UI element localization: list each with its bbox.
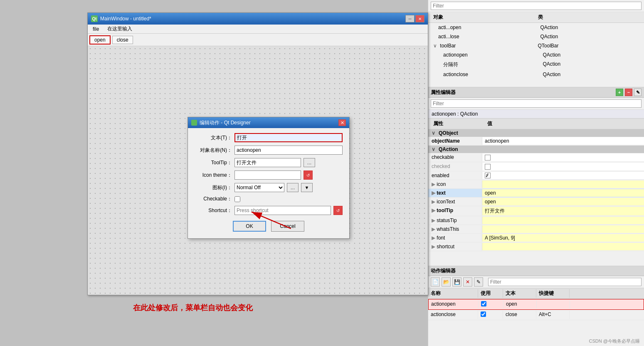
dialog-titlebar: 编辑动作 - Qt Designer ✕ — [188, 117, 349, 128]
ok-button[interactable]: OK — [233, 221, 266, 232]
menu-input[interactable]: 在这里输入 — [104, 25, 136, 33]
prop-row-icontext[interactable]: ▶ iconText open — [428, 198, 644, 206]
prop-row-enabled[interactable]: enabled ✓ — [428, 171, 644, 180]
action-open-button[interactable]: 📂 — [442, 277, 451, 287]
tooltip-input[interactable] — [234, 158, 301, 167]
prop-row-checked[interactable]: checked — [428, 162, 644, 171]
action-save-button[interactable]: 💾 — [452, 277, 461, 287]
class-col-header: 类 — [536, 13, 641, 22]
prop-value-enabled: ✓ — [482, 172, 644, 180]
prop-value-whatsthis — [482, 225, 644, 233]
prop-name-checkable: checkable — [428, 153, 482, 161]
qaction-section-label: QAction — [439, 146, 458, 152]
prop-row-checkable[interactable]: checkable — [428, 153, 644, 162]
object-name-label: 对象名称(N)： — [195, 147, 232, 154]
action-delete-button[interactable]: ✕ — [463, 277, 472, 287]
object-row[interactable]: actionclose QAction — [428, 70, 644, 79]
qobject-section: ∨ QObject — [428, 129, 644, 137]
prop-name-tooltip: ▶ toolTip — [428, 207, 482, 215]
toolbar-open-button[interactable]: open — [89, 35, 111, 44]
action-used-checkbox[interactable] — [481, 311, 486, 317]
action-filter-input[interactable] — [488, 278, 642, 286]
shortcut-input[interactable] — [234, 206, 331, 215]
shortcut-clear-button[interactable]: ↺ — [333, 206, 343, 215]
property-filter-input[interactable] — [431, 99, 642, 108]
prop-name-checked: checked — [428, 163, 482, 171]
icon-dropdown-button[interactable]: ▼ — [301, 183, 313, 192]
prop-value-statustip — [482, 217, 644, 224]
obj-class-cell: QAction — [541, 71, 641, 78]
text-label: 文本(T)： — [195, 134, 232, 141]
prop-row-font[interactable]: ▶ font A [SimSun, 9] — [428, 234, 644, 242]
obj-class-cell: QAction — [541, 60, 641, 69]
object-col-header: 对象 — [432, 13, 536, 22]
cancel-button[interactable]: Cancel — [271, 221, 304, 232]
icon-select[interactable]: Normal Off — [234, 183, 284, 192]
right-panel: 对象 类 acti...open QAction acti...lose QAc… — [428, 0, 644, 346]
prop-row-objectname[interactable]: objectName actionopen — [428, 137, 644, 146]
object-row[interactable]: acti...lose QAction — [428, 32, 644, 41]
icon-theme-input[interactable] — [234, 171, 301, 180]
action-name-cell: actionclose — [428, 311, 478, 319]
text-input[interactable] — [234, 133, 343, 142]
prop-name-text: ▶ text — [428, 189, 482, 197]
action-shortcut-header: 快捷键 — [536, 289, 570, 298]
enabled-prop-checkbox[interactable]: ✓ — [485, 173, 491, 178]
checkable-prop-checkbox[interactable] — [485, 155, 491, 161]
action-used-cell — [478, 311, 503, 319]
prop-name-icontext: ▶ iconText — [428, 198, 482, 205]
obj-name-cell: actionclose — [432, 71, 541, 78]
object-row[interactable]: actionopen QAction — [428, 50, 644, 59]
obj-class-cell: QAction — [541, 51, 641, 59]
icon-label: 图标(I)： — [195, 184, 232, 191]
prop-value-checked — [482, 163, 644, 171]
prop-row-shortcut[interactable]: ▶ shortcut — [428, 242, 644, 251]
prop-row-text[interactable]: ▶ text open — [428, 189, 644, 198]
prop-name-header: 属性 — [432, 119, 486, 128]
prop-value-checkable — [482, 153, 644, 161]
action-text-cell: close — [503, 311, 536, 319]
checked-prop-checkbox[interactable] — [485, 164, 491, 170]
action-used-header: 使用 — [478, 289, 503, 298]
dialog-close-button[interactable]: ✕ — [338, 119, 346, 126]
object-class-panel: 对象 类 acti...open QAction acti...lose QAc… — [428, 0, 644, 87]
obj-name-cell: acti...lose — [432, 33, 539, 40]
action-row-close[interactable]: actionclose close Alt+C — [428, 310, 644, 320]
prop-row-statustip[interactable]: ▶ statusTip — [428, 216, 644, 225]
property-add-button[interactable]: + — [616, 89, 623, 96]
action-new-button[interactable]: 📄 — [431, 277, 440, 287]
obj-class-cell: QAction — [539, 33, 641, 40]
action-name-header: 名称 — [428, 289, 478, 298]
prop-row-tooltip[interactable]: ▶ toolTip 打开文件 — [428, 206, 644, 216]
property-edit-button[interactable]: ✎ — [634, 89, 642, 96]
prop-value-font: A [SimSun, 9] — [482, 234, 644, 242]
object-row[interactable]: acti...open QAction — [428, 23, 644, 32]
toolbar-close-button[interactable]: close — [112, 36, 133, 44]
tooltip-browse-button[interactable]: … — [303, 158, 315, 167]
object-row[interactable]: ∨ toolBar QToolBar — [428, 41, 644, 50]
prop-value-objectname: actionopen — [482, 137, 644, 145]
menu-file[interactable]: file — [89, 25, 102, 33]
dialog-icon — [191, 120, 197, 126]
object-name-input[interactable] — [234, 146, 343, 155]
checkable-checkbox[interactable] — [234, 196, 240, 202]
qaction-section: ∨ QAction — [428, 146, 644, 153]
object-row[interactable]: 分隔符 QAction — [428, 59, 644, 70]
minimize-button[interactable]: ─ — [405, 15, 415, 22]
watermark: CSDN @今晚务必早点睡 — [589, 338, 640, 344]
property-object-info: actionopen : QAction — [428, 110, 644, 119]
icon-theme-clear-button[interactable]: ↺ — [303, 171, 313, 180]
close-button[interactable]: ✕ — [415, 15, 424, 22]
dialog-title: 编辑动作 - Qt Designer — [200, 119, 251, 126]
obj-name-cell: acti...open — [432, 24, 539, 31]
prop-row-icon[interactable]: ▶ icon — [428, 180, 644, 189]
action-edit-button[interactable]: ✎ — [474, 277, 483, 287]
action-row-open[interactable]: actionopen open — [428, 299, 644, 310]
prop-row-whatsthis[interactable]: ▶ whatsThis — [428, 225, 644, 234]
prop-name-enabled: enabled — [428, 172, 482, 180]
action-used-checkbox[interactable] — [481, 301, 486, 306]
property-remove-button[interactable]: − — [625, 89, 632, 96]
object-filter-input[interactable] — [431, 2, 642, 10]
prop-name-shortcut: ▶ shortcut — [428, 243, 482, 250]
icon-browse-button[interactable]: … — [287, 183, 299, 192]
